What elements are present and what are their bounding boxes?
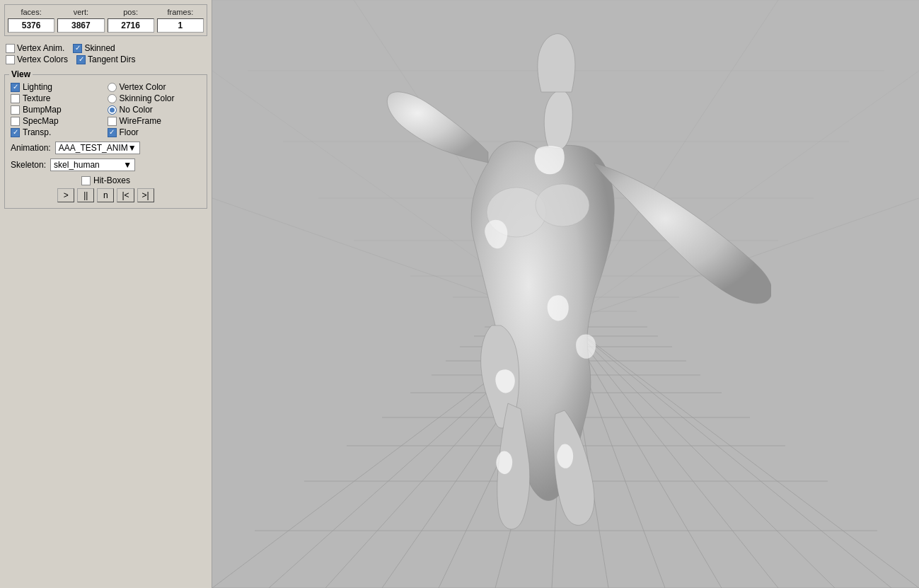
hitboxes-label: Hit-Boxes <box>93 175 130 185</box>
playback-row: > || n |< >| <box>11 188 201 202</box>
vertex-colors-label: Vertex Colors <box>17 54 68 64</box>
bumpmap-option[interactable]: BumpMap <box>11 105 105 115</box>
hitboxes-checkbox[interactable] <box>81 176 91 185</box>
vert-value: 3867 <box>57 18 104 33</box>
texture-label: Texture <box>23 93 50 103</box>
floor-label: Floor <box>120 127 139 137</box>
skinned-checkbox[interactable] <box>73 44 82 53</box>
no-color-radio[interactable] <box>108 105 117 115</box>
wireframe-label: WireFrame <box>120 116 161 126</box>
view-legend: View <box>9 69 33 79</box>
svg-point-42 <box>536 184 589 226</box>
tangent-dirs-checkbox[interactable] <box>76 55 86 64</box>
texture-option[interactable]: Texture <box>11 93 105 103</box>
vertex-color-radio[interactable] <box>108 83 117 92</box>
texture-checkbox[interactable] <box>11 94 20 103</box>
left-panel: faces: vert: pos: frames: 5376 3867 2716… <box>0 0 212 588</box>
hitboxes-row: Hit-Boxes <box>11 175 201 185</box>
transp-option[interactable]: Transp. <box>11 127 105 137</box>
pos-value: 2716 <box>108 18 154 33</box>
animation-dropdown[interactable]: AAA_TEST_ANIM ▼ <box>55 142 140 154</box>
vertex-colors-checkbox[interactable] <box>6 55 15 64</box>
wireframe-checkbox[interactable] <box>108 117 117 126</box>
stop-button[interactable]: n <box>97 188 114 202</box>
vert-label: vert: <box>57 8 104 16</box>
body-main <box>387 34 771 529</box>
vertex-anim-label: Vertex Anim. <box>17 43 64 53</box>
bumpmap-checkbox[interactable] <box>11 105 20 115</box>
view-group: View Lighting Vertex Color Texture Skinn… <box>4 74 207 209</box>
frames-value: 1 <box>157 18 204 33</box>
next-button[interactable]: >| <box>137 188 154 202</box>
lighting-checkbox[interactable] <box>11 83 20 92</box>
floor-option[interactable]: Floor <box>108 127 202 137</box>
animation-arrow: ▼ <box>128 143 137 153</box>
skeleton-dropdown[interactable]: skel_human ▼ <box>50 158 135 171</box>
vertex-anim-checkbox[interactable] <box>6 44 15 53</box>
vertex-colors-option[interactable]: Vertex Colors <box>6 54 68 64</box>
transp-label: Transp. <box>23 127 51 137</box>
floor-checkbox[interactable] <box>108 128 117 137</box>
lighting-option[interactable]: Lighting <box>11 82 105 92</box>
specmap-label: SpecMap <box>23 116 59 126</box>
tangent-dirs-label: Tangent Dirs <box>88 54 135 64</box>
frames-label: frames: <box>157 8 204 16</box>
skeleton-value: skel_human <box>54 160 100 170</box>
vertex-color-label: Vertex Color <box>120 82 166 92</box>
no-color-label: No Color <box>120 105 153 115</box>
faces-value: 5376 <box>8 18 54 33</box>
bumpmap-label: BumpMap <box>23 105 62 115</box>
vertex-anim-option[interactable]: Vertex Anim. <box>6 43 64 53</box>
skinning-color-radio[interactable] <box>108 94 117 103</box>
faces-label: faces: <box>8 8 54 16</box>
animation-row: Animation: AAA_TEST_ANIM ▼ <box>11 142 201 154</box>
animation-label: Animation: <box>11 143 51 153</box>
3d-model <box>375 21 771 531</box>
play-button[interactable]: > <box>57 188 74 202</box>
pos-label: pos: <box>108 8 154 16</box>
no-color-option[interactable]: No Color <box>108 105 202 115</box>
tangent-dirs-option[interactable]: Tangent Dirs <box>76 54 135 64</box>
viewport[interactable] <box>212 0 919 588</box>
animation-value: AAA_TEST_ANIM <box>59 143 128 153</box>
wireframe-option[interactable]: WireFrame <box>108 116 202 126</box>
lighting-label: Lighting <box>23 82 52 92</box>
skinning-color-label: Skinning Color <box>120 93 175 103</box>
vertex-color-option[interactable]: Vertex Color <box>108 82 202 92</box>
skeleton-label: Skeleton: <box>11 160 46 170</box>
skinned-label: Skinned <box>84 43 115 53</box>
specmap-option[interactable]: SpecMap <box>11 116 105 126</box>
pause-button[interactable]: || <box>77 188 94 202</box>
skinned-option[interactable]: Skinned <box>73 43 115 53</box>
skeleton-arrow: ▼ <box>123 160 132 170</box>
prev-button[interactable]: |< <box>117 188 134 202</box>
skeleton-row: Skeleton: skel_human ▼ <box>11 158 201 171</box>
skinning-color-option[interactable]: Skinning Color <box>108 93 202 103</box>
transp-checkbox[interactable] <box>11 128 20 137</box>
stats-box: faces: vert: pos: frames: 5376 3867 2716… <box>4 4 207 36</box>
specmap-checkbox[interactable] <box>11 117 20 126</box>
mesh-options: Vertex Anim. Skinned Vertex Colors Tange… <box>4 40 207 67</box>
